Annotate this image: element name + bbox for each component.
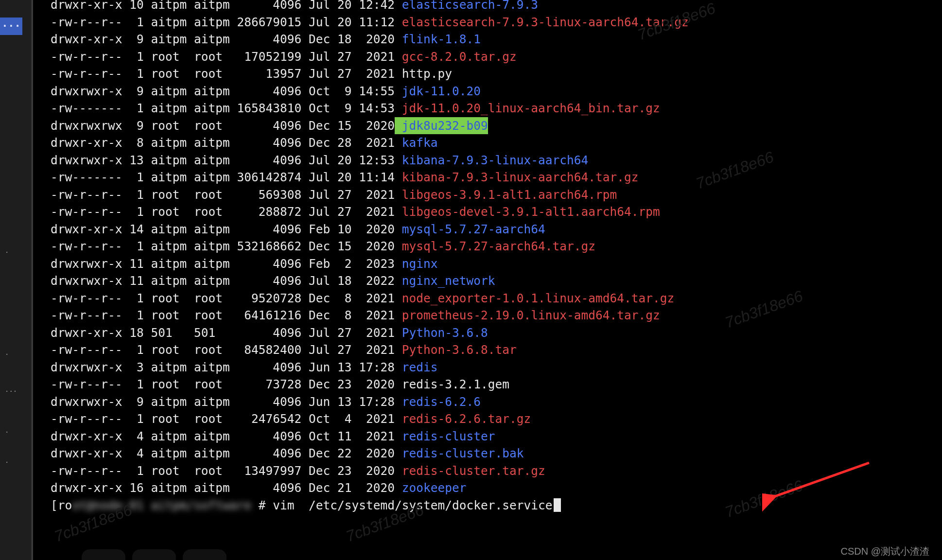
month: Dec bbox=[309, 31, 330, 48]
ls-row: -rw-------1 aitpm aitpm306142874 Jul2011… bbox=[51, 169, 932, 186]
links: 1 bbox=[122, 48, 144, 66]
group: root bbox=[194, 65, 230, 83]
links: 1 bbox=[122, 186, 144, 204]
size: 9520728 bbox=[230, 290, 302, 307]
day: 20 bbox=[330, 14, 351, 31]
month: Jul bbox=[309, 272, 330, 290]
day: 15 bbox=[330, 117, 351, 135]
size: 569308 bbox=[230, 186, 302, 204]
perm: -rw-r--r-- bbox=[51, 65, 122, 83]
ls-row: drwxr-xr-x18 501 501 4096 Jul272021Pytho… bbox=[51, 324, 932, 342]
terminal-panel[interactable]: drwxr-xr-x10 aitpm aitpm4096 Jul2012:42e… bbox=[31, 0, 942, 560]
day: 27 bbox=[330, 48, 351, 66]
perm: drwxr-xr-x bbox=[51, 221, 122, 238]
ls-row: drwxrwxr-x11 aitpm aitpm4096 Jul182022ng… bbox=[51, 272, 932, 290]
owner: root bbox=[151, 290, 187, 307]
ls-row: drwxrwxr-x9 aitpm aitpm4096 Oct914:55jdk… bbox=[51, 83, 932, 100]
size: 4096 bbox=[230, 83, 302, 100]
month: Dec bbox=[309, 290, 330, 307]
month: Oct bbox=[309, 428, 330, 445]
day: 28 bbox=[330, 134, 351, 152]
owner: aitpm bbox=[151, 169, 187, 186]
owner: root bbox=[151, 307, 187, 324]
file-name: redis bbox=[395, 359, 438, 376]
file-name: zookeeper bbox=[395, 479, 467, 497]
ls-row: -rw-r--r--1 root root 17052199 Jul272021… bbox=[51, 48, 932, 66]
ls-row: drwxr-xr-x9 aitpm aitpm4096 Dec182020fli… bbox=[51, 31, 932, 48]
links: 1 bbox=[122, 376, 144, 393]
size: 4096 bbox=[230, 221, 302, 238]
perm: -rw-r--r-- bbox=[51, 290, 122, 307]
day: 27 bbox=[330, 65, 351, 83]
group: aitpm bbox=[194, 31, 230, 48]
day: 18 bbox=[330, 272, 351, 290]
ls-row: drwxr-xr-x10 aitpm aitpm4096 Jul2012:42e… bbox=[51, 0, 932, 14]
file-name: libgeos-3.9.1-alt1.aarch64.rpm bbox=[395, 186, 617, 204]
month: Feb bbox=[309, 255, 330, 273]
group: 501 bbox=[194, 324, 230, 342]
file-name: jdk-11.0.20 bbox=[395, 83, 481, 100]
links: 1 bbox=[122, 14, 144, 31]
month: Dec bbox=[309, 307, 330, 324]
month: Dec bbox=[309, 479, 330, 497]
month: Jul bbox=[309, 324, 330, 342]
month: Oct bbox=[309, 83, 330, 100]
file-name: redis-6.2.6.tar.gz bbox=[395, 410, 531, 428]
file-name: redis-cluster.bak bbox=[395, 445, 524, 462]
file-name: Python-3.6.8 bbox=[395, 324, 488, 342]
group: aitpm bbox=[194, 134, 230, 152]
month: Dec bbox=[309, 462, 330, 480]
time: 2022 bbox=[352, 272, 395, 290]
month: Jul bbox=[309, 0, 330, 14]
sidebar-item[interactable]: . bbox=[5, 349, 9, 356]
owner: root bbox=[151, 65, 187, 83]
time: 2020 bbox=[352, 238, 395, 255]
links: 9 bbox=[122, 31, 144, 48]
group: aitpm bbox=[194, 100, 230, 117]
perm: drwxr-xr-x bbox=[51, 31, 122, 48]
month: Oct bbox=[309, 410, 330, 428]
perm: -rw-r--r-- bbox=[51, 376, 122, 393]
group: aitpm bbox=[194, 0, 230, 14]
month: Jun bbox=[309, 393, 330, 411]
group: aitpm bbox=[194, 272, 230, 290]
owner: root bbox=[151, 341, 187, 359]
day: 8 bbox=[330, 307, 351, 324]
size: 4096 bbox=[230, 324, 302, 342]
owner: root bbox=[151, 462, 187, 480]
owner: root bbox=[151, 203, 187, 221]
group: root bbox=[194, 203, 230, 221]
group: aitpm bbox=[194, 221, 230, 238]
file-name: gcc-8.2.0.tar.gz bbox=[395, 48, 517, 66]
time: 2021 bbox=[352, 341, 395, 359]
sidebar-item[interactable]: ··· bbox=[5, 388, 17, 395]
time: 2021 bbox=[352, 307, 395, 324]
links: 11 bbox=[122, 255, 144, 273]
month: Feb bbox=[309, 221, 330, 238]
menu-more-icon[interactable]: ··· bbox=[0, 18, 22, 35]
day: 27 bbox=[330, 324, 351, 342]
time: 2021 bbox=[352, 290, 395, 307]
command-input[interactable]: vim /etc/systemd/system/docker.service bbox=[273, 497, 552, 514]
day: 13 bbox=[330, 359, 351, 376]
day: 20 bbox=[330, 0, 351, 14]
links: 10 bbox=[122, 0, 144, 14]
sidebar-item[interactable]: . bbox=[5, 247, 9, 254]
prompt-line[interactable]: [root@node-01 aitpm/software # vim /etc/… bbox=[51, 497, 932, 514]
group: aitpm bbox=[194, 238, 230, 255]
sidebar-item[interactable]: . bbox=[5, 457, 9, 464]
ls-row: drwxrwxr-x3 aitpm aitpm4096 Jun1317:28re… bbox=[51, 359, 932, 376]
month: Dec bbox=[309, 134, 330, 152]
time: 17:28 bbox=[352, 359, 395, 376]
owner: aitpm bbox=[151, 100, 187, 117]
time: 2020 bbox=[352, 376, 395, 393]
links: 1 bbox=[122, 238, 144, 255]
ls-row: -rw-r--r--1 root root 569308 Jul272021li… bbox=[51, 186, 932, 204]
links: 1 bbox=[122, 169, 144, 186]
file-name: node_exporter-1.0.1.linux-amd64.tar.gz bbox=[395, 290, 674, 307]
perm: drwxr-xr-x bbox=[51, 0, 122, 14]
group: root bbox=[194, 341, 230, 359]
terminal-output[interactable]: drwxr-xr-x10 aitpm aitpm4096 Jul2012:42e… bbox=[51, 0, 932, 514]
sidebar-item[interactable]: . bbox=[5, 427, 9, 434]
file-name: mysql-5.7.27-aarch64 bbox=[395, 221, 545, 238]
